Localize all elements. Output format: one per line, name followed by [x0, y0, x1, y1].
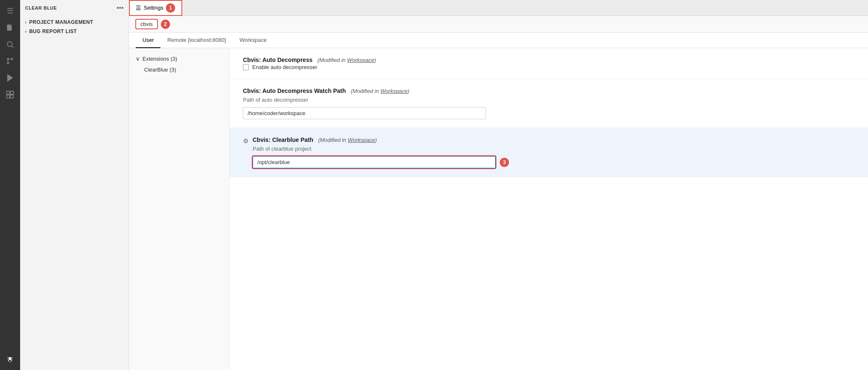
tab-remote[interactable]: Remote [localhost:8080]	[160, 33, 232, 48]
svg-rect-10	[10, 95, 14, 98]
settings-icon: ☰	[136, 5, 141, 11]
files-icon[interactable]	[3, 20, 18, 35]
svg-rect-7	[7, 91, 10, 95]
gear-icon[interactable]: ⚙	[243, 137, 248, 145]
source-control-icon[interactable]	[3, 54, 18, 69]
setting-modified: (Modified in Workspace)	[351, 88, 409, 94]
setting-watch-path: Cbvis: Auto Decompress Watch Path (Modif…	[230, 79, 868, 128]
step-badge-1: 1	[166, 3, 175, 13]
main-area: ☰ Settings 1 cbvis 2 User Remote [localh…	[129, 0, 868, 370]
settings-tab[interactable]: ☰ Settings 1	[129, 0, 182, 16]
setting-auto-decompress: Cbvis: Auto Decompress (Modified in Work…	[230, 48, 868, 79]
setting-title: Cbvis: Auto Decompress Watch Path (Modif…	[243, 87, 409, 94]
sidebar-item-label: BUG REPORT LIST	[29, 28, 77, 34]
step-badge-2: 2	[161, 20, 170, 29]
activity-bar: ☰	[0, 0, 20, 370]
clearblue-path-input[interactable]	[253, 156, 496, 168]
gear-row: ⚙ Cbvis: Clearblue Path (Modified in Wor…	[243, 136, 855, 168]
clearblue-path-input-container: 3	[253, 156, 496, 168]
setting-modified: (Modified in Workspace)	[318, 57, 376, 63]
auto-decompress-checkbox[interactable]	[243, 64, 249, 70]
setting-title: Cbvis: Auto Decompress (Modified in Work…	[243, 57, 376, 63]
sidebar: CLEAR BLUE ••• › PROJECT MANAGEMENT › BU…	[20, 0, 129, 370]
checkbox-label: Enable auto decompresser	[252, 64, 317, 70]
workspace-link[interactable]: Workspace	[348, 137, 375, 143]
sidebar-item-bug-report[interactable]: › BUG REPORT LIST	[20, 27, 129, 36]
svg-point-3	[7, 62, 8, 64]
tab-workspace[interactable]: Workspace	[233, 33, 274, 48]
settings-details: Cbvis: Auto Decompress (Modified in Work…	[230, 48, 868, 370]
setting-clearblue-path: ⚙ Cbvis: Clearblue Path (Modified in Wor…	[230, 128, 868, 177]
svg-marker-6	[8, 75, 13, 81]
step-badge-3: 3	[500, 158, 509, 167]
sidebar-item-project-management[interactable]: › PROJECT MANAGEMENT	[20, 18, 129, 27]
svg-line-2	[12, 46, 14, 48]
setting-title: Cbvis: Clearblue Path (Modified in Works…	[253, 136, 377, 143]
extensions-panel: ∨ Extensions (3) ClearBlue (3)	[129, 48, 230, 370]
setting-desc: Path of auto decompresser	[243, 97, 855, 103]
chevron-right-icon: ›	[25, 29, 27, 34]
tab-bar: ☰ Settings 1	[129, 0, 868, 16]
filter-bar: cbvis 2	[129, 16, 868, 33]
svg-point-12	[9, 358, 10, 359]
workspace-link[interactable]: Workspace	[380, 88, 408, 94]
setting-header: Cbvis: Auto Decompress (Modified in Work…	[243, 57, 855, 63]
settings-body: ∨ Extensions (3) ClearBlue (3) Cbvis: Au…	[129, 48, 868, 370]
setting-header: Cbvis: Clearblue Path (Modified in Works…	[253, 136, 855, 143]
tab-user[interactable]: User	[136, 33, 160, 48]
settings-tabs: User Remote [localhost:8080] Workspace	[129, 33, 868, 48]
extensions-section[interactable]: ∨ Extensions (3)	[129, 53, 229, 64]
sidebar-nav: › PROJECT MANAGEMENT › BUG REPORT LIST	[20, 16, 129, 38]
setting-desc: Path of clearblue project	[253, 146, 855, 152]
setting-header: Cbvis: Auto Decompress Watch Path (Modif…	[243, 87, 855, 94]
svg-point-4	[11, 58, 13, 59]
hamburger-icon[interactable]: ☰	[3, 3, 18, 18]
run-icon[interactable]	[3, 70, 18, 85]
setting-modified: (Modified in Workspace)	[318, 137, 377, 143]
filter-badge[interactable]: cbvis	[136, 19, 158, 29]
chevron-right-icon: ›	[25, 20, 27, 25]
svg-point-1	[7, 41, 12, 46]
svg-rect-9	[7, 95, 10, 98]
workspace-link[interactable]: Workspace	[347, 57, 374, 63]
svg-point-5	[7, 58, 8, 59]
sidebar-menu-button[interactable]: •••	[116, 4, 124, 12]
checkbox-row: Enable auto decompresser	[243, 64, 855, 70]
clearblue-item[interactable]: ClearBlue (3)	[129, 64, 229, 75]
sidebar-header: CLEAR BLUE •••	[20, 0, 129, 16]
watch-path-input[interactable]	[243, 107, 486, 119]
chevron-down-icon: ∨	[136, 56, 140, 62]
extensions-icon[interactable]	[3, 87, 18, 102]
sidebar-title: CLEAR BLUE	[25, 5, 57, 10]
debug-icon[interactable]	[3, 352, 18, 367]
search-icon[interactable]	[3, 37, 18, 52]
setting-inner: Cbvis: Clearblue Path (Modified in Works…	[253, 136, 855, 168]
tab-label: Settings	[144, 5, 163, 11]
svg-rect-8	[10, 91, 14, 95]
content-area: cbvis 2 User Remote [localhost:8080] Wor…	[129, 16, 868, 370]
sidebar-item-label: PROJECT MANAGEMENT	[29, 19, 93, 25]
